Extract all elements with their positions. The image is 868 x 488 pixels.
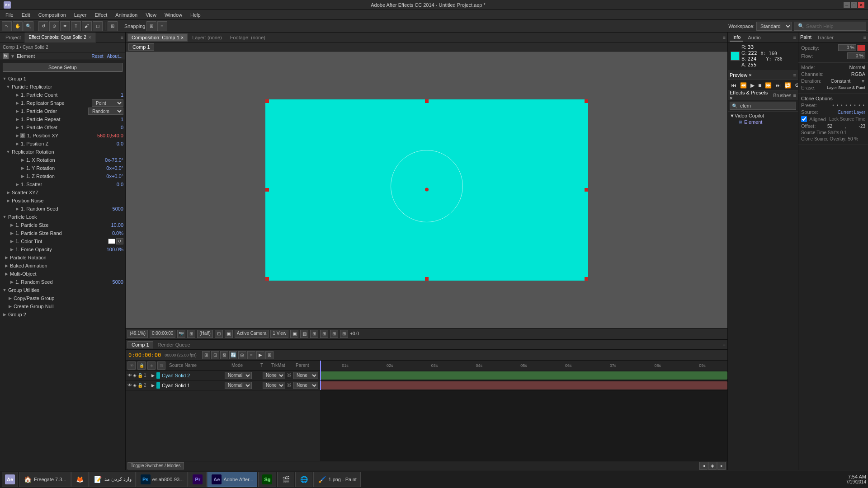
menu-file[interactable]: File [2,10,17,19]
scene-setup-button[interactable]: Scene Setup [3,63,123,72]
search-help-box[interactable]: 🔍 Search Help [794,22,866,31]
timeline-panel-menu[interactable]: ≡ [723,342,726,347]
flow-input[interactable] [847,52,865,59]
timeline-btn-4[interactable]: 🔄 [229,351,237,359]
particle-size-rand-value[interactable]: 0.0% [112,230,123,236]
preview-first[interactable]: ⏮ [730,82,738,89]
tool-text[interactable]: T [71,21,81,31]
snapping-options[interactable]: ≡ [157,21,167,31]
track-2-parent[interactable]: None [293,382,318,389]
particle-look-header[interactable]: ▼ Particle Look [0,213,125,221]
position-noise-header[interactable]: ▶ Position Noise [0,197,125,205]
taskbar-freegate[interactable]: 🏠 Freegate 7.3... [19,472,71,487]
track-2-mode[interactable]: Normal [225,382,252,389]
foreground-swatch[interactable] [857,45,865,51]
replicator-rotation-header[interactable]: ▼ Replicator Rotation [0,148,125,156]
replicator-shape-select[interactable]: PointBoxSphere [92,99,123,107]
paint-panel-menu[interactable]: ≡ [863,35,866,40]
tab-layer[interactable]: Layer: (none) [189,34,225,41]
color-tint-reset[interactable]: ↺ [116,238,123,244]
handle-top-mid[interactable] [425,99,429,103]
timeline-btn-6[interactable]: ≡ [247,351,255,359]
transparency-btn[interactable]: ⊞ [187,330,195,338]
zoom-level[interactable]: (49.1%) [127,330,148,338]
source-value[interactable]: Current Layer [838,110,865,115]
menu-window[interactable]: Window [161,10,186,19]
tool-puppet[interactable]: ⊞ [108,21,118,31]
particle-repeat-value[interactable]: 1 [121,117,123,122]
menu-composition[interactable]: Composition [35,10,70,19]
grid-btn[interactable]: ⊞ [320,330,328,338]
playhead[interactable] [320,361,321,371]
tab-info[interactable]: Info [730,33,743,42]
taskbar-movie[interactable]: 🎬 [277,472,294,487]
tab-close-effect[interactable]: ✕ [88,35,92,40]
preview-prev-frame[interactable]: ⏪ [739,82,748,89]
aligned-checkbox[interactable] [801,116,807,122]
composition-viewport[interactable] [126,52,727,328]
offset-y[interactable]: -23 [859,124,865,129]
effects-search-input[interactable] [738,102,794,110]
particle-size-value[interactable]: 10.00 [111,222,123,228]
tool-select[interactable]: ↖ [2,21,12,31]
timecode-display[interactable]: 0:00:00:00 [150,330,175,338]
comp-panel-menu[interactable]: ≡ [723,35,726,40]
particle-rotation-header[interactable]: ▶ Particle Rotation [0,253,125,262]
view-dropdown[interactable]: 1 View [270,330,288,338]
random-seed-1-value[interactable]: 5000 [113,206,123,211]
track-1-name[interactable]: Cyan Solid 2 [162,373,224,378]
z-rotation-value[interactable]: 0x+0.0° [106,174,123,179]
particle-order-select[interactable]: RandomSequential [88,108,123,115]
track-2-trkmat[interactable]: None [263,382,285,389]
taskbar-sg[interactable]: Sg [258,472,276,487]
preview-play[interactable]: ▶ [749,82,756,89]
taskbar-photoshop[interactable]: Ps eslah800-93... [137,472,188,487]
offset-x[interactable]: 52 [827,124,832,129]
view-layout-1[interactable]: ▣ [290,330,298,338]
track-1-trkmat[interactable]: None [263,372,285,379]
maximize-button[interactable]: □ [851,2,857,8]
tool-camera-orbit[interactable]: ⊙ [49,21,59,31]
track-1-parent[interactable]: None [293,372,318,379]
menu-animation[interactable]: Animation [112,10,141,19]
create-group-null-row[interactable]: ▶ Create Group Null [0,302,125,310]
preview-last[interactable]: ⏭ [774,82,782,89]
menu-edit[interactable]: Edit [18,10,34,19]
force-opacity-value[interactable]: 100.0% [107,247,123,252]
preview-next-frame[interactable]: ⏩ [764,82,773,89]
menu-effect[interactable]: Effect [91,10,111,19]
tool-rotate[interactable]: ↺ [38,21,48,31]
tab-effects-presets[interactable]: Effects & Presets × [730,90,768,101]
tab-brushes[interactable]: Brushes [773,93,791,98]
preview-stop[interactable]: ■ [757,82,763,89]
scatter-xyz-header[interactable]: ▶ Scatter XYZ [0,188,125,197]
handle-top-left[interactable] [265,99,269,103]
scatter-value[interactable]: 0.0 [117,182,123,187]
timeline-btn-5[interactable]: ◎ [238,351,246,359]
element-effect-item[interactable]: ⊞ Element [730,118,796,126]
region-btn[interactable]: ▣ [225,330,233,338]
handle-mid-left[interactable] [265,188,269,192]
rulers-btn[interactable]: ⊞ [330,330,338,338]
preview-tab[interactable]: Preview × [730,72,752,78]
tab-paint[interactable]: Paint [800,34,811,40]
tool-shape[interactable]: ◻ [93,21,103,31]
taskbar-import[interactable]: 📝 وارد کردن مد [90,472,136,487]
timeline-nav-right[interactable]: ▸ [717,462,726,470]
comp1-subtab[interactable]: Comp 1 [128,43,154,51]
track-1-expand[interactable]: ▶ [150,373,156,378]
group2-header[interactable]: ▶ Group 2 [0,310,125,319]
preview-menu[interactable]: ≡ [793,72,796,78]
effects-menu[interactable]: ≡ [793,93,796,98]
color-tint-swatch[interactable] [108,239,115,244]
tool-pen[interactable]: ✒ [60,21,70,31]
preview-loop[interactable]: 🔁 [783,82,793,89]
particle-offset-value[interactable]: 0 [121,125,123,130]
group-utilities-header[interactable]: ▼ Group Utilities [0,286,125,294]
safe-zones-btn[interactable]: ⊞ [310,330,318,338]
handle-bottom-right[interactable] [585,277,588,281]
snap-btn[interactable]: ⊞ [340,330,348,338]
tool-paint[interactable]: 🖌 [82,21,92,31]
menu-help[interactable]: Help [187,10,204,19]
track-2-solo[interactable]: ◈ [133,383,137,388]
